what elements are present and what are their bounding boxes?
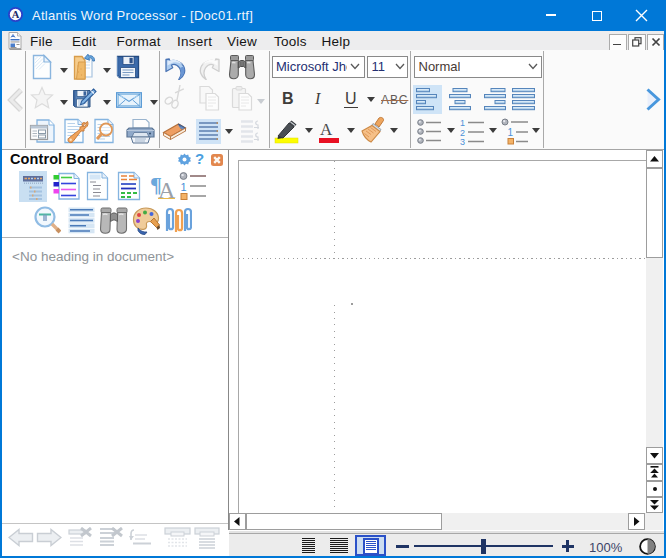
svg-text:1: 1 — [181, 181, 187, 193]
svg-text:A: A — [158, 177, 176, 200]
svg-text:2: 2 — [460, 128, 465, 138]
svg-text:3: 3 — [460, 137, 465, 145]
svg-text:A: A — [12, 9, 20, 20]
svg-text:1: 1 — [460, 118, 465, 128]
svg-text:1: 1 — [508, 127, 514, 138]
